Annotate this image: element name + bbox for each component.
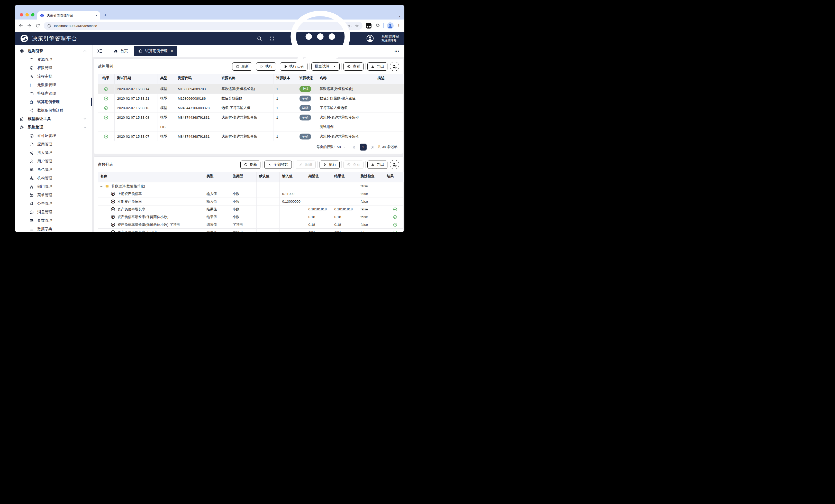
testcase-row[interactable]: LIB测试用例 [98,122,404,132]
dict-list-icon [29,227,34,231]
table-cell: M848744368791831 [175,113,219,122]
collapse-up-icon [268,163,272,167]
more-tabs-icon[interactable]: ••• [394,49,399,53]
collapse-node-icon[interactable]: − [100,184,103,188]
refresh-button[interactable]: 刷新 [232,62,252,71]
sidebar-item-briefcase-active[interactable]: 试算用例管理 [15,98,92,106]
column-settings-button[interactable] [390,160,399,169]
testcase-row[interactable]: 2020-02-07 15:33:16模型M245447106003378选项-… [98,103,404,113]
sidebar-item-megaphone[interactable]: 公告管理 [15,200,92,208]
sidebar-item-menu-card[interactable]: 菜单管理 [15,191,92,200]
fullscreen-icon[interactable] [269,36,275,41]
sidebar-item-dict-list[interactable]: 数据字典 [15,225,92,232]
chevron-up-icon [82,125,88,130]
parameter-row[interactable]: P资产负债率增长率(保留两位小数)结果值小数0.180.18false [98,213,404,221]
sidebar-item-copyright[interactable]: 许可证管理 [15,131,92,140]
browser-tab[interactable]: 决策引擎管理平台 × [37,11,100,20]
testcase-row[interactable]: 2020-02-07 15:33:08模型M848744368791831决策树… [98,113,404,122]
back-icon[interactable] [18,23,23,28]
minimize-window-button[interactable] [25,13,29,17]
sidebar-item-list-123[interactable]: 123元数据管理 [15,81,92,89]
user-avatar-icon[interactable] [366,34,374,43]
sidebar-item-chat-dots[interactable]: 消息管理 [15,208,92,216]
refresh-button[interactable]: 刷新 [240,161,260,169]
column-header: 名称 [98,172,204,182]
first-page-icon[interactable] [352,145,356,149]
sidebar-collapse-icon[interactable] [97,48,103,54]
reload-icon[interactable] [35,23,40,28]
testcase-row[interactable]: 2020-02-07 15:33:14模型M1580894389703算数运算(… [98,84,404,94]
sidebar-item-rules-engine[interactable]: 规则引擎 [15,47,92,55]
tab-home[interactable]: 首页 [114,48,128,54]
table-cell [332,190,358,198]
tab-close-icon[interactable]: × [171,49,173,53]
tab-close-icon[interactable]: × [95,13,98,18]
check-circle-icon [104,87,108,91]
table-cell: false [358,221,384,229]
sidebar-item-app-box[interactable]: 应用管理 [15,140,92,148]
export-button[interactable]: 导出 [367,62,387,71]
table-cell [280,229,306,232]
parameter-row[interactable]: −算数运算(数值格式化)false [98,182,404,190]
forward-icon[interactable] [27,23,32,28]
sidebar-item-resource-book[interactable]: 资源管理 [15,55,92,64]
parameter-row[interactable]: P资产负债率增长率结果值小数0.181818180.18181818false [98,206,404,213]
execute-button[interactable]: 执行 [256,62,276,71]
last-page-icon[interactable] [370,145,374,149]
rows-per-page-value[interactable]: 50 [337,145,341,149]
sidebar-item-users[interactable]: 角色管理 [15,165,92,174]
edit-button[interactable]: 编辑 [296,161,316,169]
sidebar-item-sliders[interactable]: 流程审批 [15,72,92,81]
sidebar-item-user[interactable]: 用户管理 [15,157,92,165]
rows-per-page-caret-icon[interactable] [343,146,346,148]
list-123-icon: 123 [29,83,34,87]
current-page-badge[interactable]: 1 [360,144,367,150]
tab-testcase-active[interactable]: 试算用例管理 × [134,46,177,56]
parameter-row[interactable]: P资产负债率增长率(保留两位小数)-字符串结果值字符串0.180.18false [98,221,404,229]
table-cell: 决策树-表达式和指令集-1 [317,132,375,141]
table-cell: 小数 [230,190,256,198]
sidebar-item-org-tree[interactable]: 机构管理 [15,174,92,182]
parameter-row[interactable]: P本期资产负债率输入值小数0.13000000false [98,198,404,206]
parameter-row[interactable]: P上期资产负债率输入值小数0.11000false [98,190,404,198]
sidebar-item-shield-check[interactable]: 权限管理 [15,64,92,72]
parameter-row[interactable]: P资产负债率增长率-百分比结果值字符串18%18%false [98,229,404,232]
column-header: 跳过检查 [358,172,384,182]
sidebar-item-label: 部门管理 [37,184,52,189]
view-button[interactable]: 查看 [344,161,364,169]
sidebar-item-share-nodes[interactable]: 数据备份和迁移 [15,106,92,114]
testcase-row[interactable]: 2020-02-07 15:33:21模型M1580960080186数值分段函… [98,94,404,103]
table-cell: 上线 [297,84,317,94]
messages-button[interactable]: 120 [282,5,359,77]
table-cell: 1 [273,94,297,103]
testcase-row[interactable]: 2020-02-07 15:33:07模型M848744368791831决策树… [98,132,404,141]
collapse-all-button[interactable]: 全部收起 [264,161,292,169]
table-cell [256,198,280,206]
column-header: 值类型 [230,172,256,182]
table-cell [98,94,115,103]
table-cell [230,182,256,190]
sidebar-item-folder[interactable]: 特征库管理 [15,89,92,98]
user-info[interactable]: 系统管理员 系统管理员 [381,34,399,43]
new-tab-button[interactable]: + [104,13,107,18]
search-icon[interactable] [257,36,262,41]
chat-bubble-icon[interactable] [282,5,359,77]
testcase-table: 结果测试日期类型资源代码资源名称资源版本资源状态名称描述2020-02-07 1… [98,74,404,141]
sidebar-item-gear[interactable]: 系统管理 [15,123,92,131]
sidebar-item-share-nodes[interactable]: 法人管理 [15,148,92,157]
export-button[interactable]: 导出 [367,161,387,169]
check-circle-icon [393,223,398,227]
tab-search-chevron-icon[interactable]: ⌄ [398,14,401,18]
table-cell: 模型 [158,94,175,103]
column-settings-button[interactable] [390,62,399,71]
site-info-icon[interactable] [47,24,52,28]
execute-button[interactable]: 执行 [320,161,340,169]
sidebar-item-bag-check[interactable]: 模型验证工具 [15,114,92,123]
table-cell: 算数运算(数值格式化) [317,84,375,94]
close-window-button[interactable] [20,13,23,17]
maximize-window-button[interactable] [31,13,35,17]
check-circle-icon [393,207,398,212]
sidebar-item-dept-tree[interactable]: 部门管理 [15,182,92,191]
dark-extension-icon[interactable] [366,23,371,28]
sidebar-item-param-card[interactable]: 参数管理 [15,216,92,225]
